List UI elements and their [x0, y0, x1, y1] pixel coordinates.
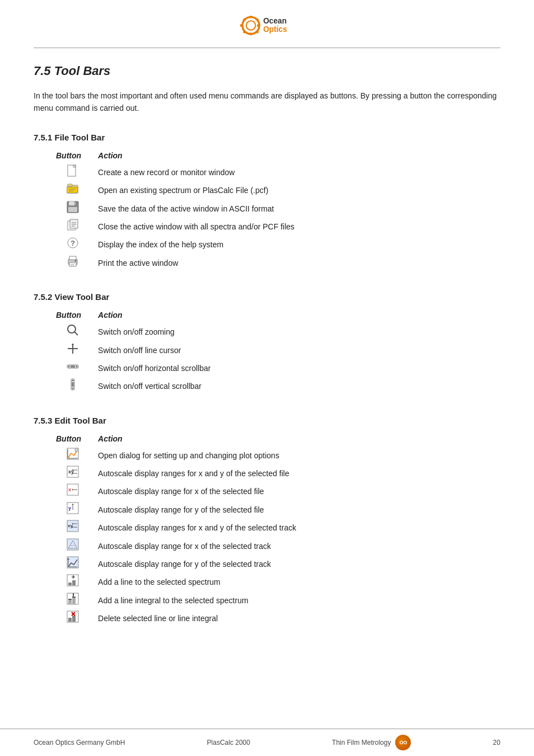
file-action-1: Create a new record or monitor window — [98, 163, 322, 181]
svg-point-36 — [74, 260, 76, 261]
svg-text:Ocean: Ocean — [263, 17, 287, 25]
icon-autoscale-xy-track: xy — [56, 519, 98, 537]
edit-action-9: Add a line integral to the selected spec… — [98, 591, 322, 609]
icon-close-file — [56, 218, 98, 236]
svg-text:y: y — [68, 505, 71, 511]
table-row: Switch on/off line cursor — [56, 341, 322, 359]
svg-rect-23 — [68, 207, 77, 212]
svg-point-1 — [246, 21, 256, 30]
edit-toolbar-heading: 7.5.3 Edit Tool Bar — [34, 416, 500, 425]
edit-toolbar-table: Button Action — [56, 434, 322, 628]
file-action-3: Save the data of the active window in AS… — [98, 200, 322, 218]
table-row: Save the data of the active window in AS… — [56, 200, 322, 218]
icon-delete-line — [56, 609, 98, 627]
file-toolbar-table: Button Action Create a new reco — [56, 151, 322, 272]
svg-rect-4 — [240, 24, 242, 26]
icon-print — [56, 254, 98, 272]
view-action-1: Switch on/off zooming — [98, 323, 322, 341]
svg-rect-92 — [72, 597, 76, 604]
svg-rect-44 — [71, 365, 75, 368]
table-row: Close the active window with all spectra… — [56, 218, 322, 236]
view-action-2: Switch on/off line cursor — [98, 341, 322, 359]
table-row: ? Display the index of the help system — [56, 236, 322, 253]
icon-add-line — [56, 573, 98, 591]
svg-rect-57 — [75, 448, 78, 452]
page-header: Ocean Optics — [34, 0, 500, 48]
edit-action-6: Autoscale display range for x of the sel… — [98, 537, 322, 555]
icon-autoscale-x-file: x — [56, 482, 98, 500]
view-col-action: Action — [98, 311, 322, 323]
icon-zoom — [56, 323, 98, 341]
footer-left: Ocean Optics Germany GmbH — [34, 739, 125, 746]
logo: Ocean Optics — [236, 10, 298, 41]
icon-vscroll — [56, 377, 98, 395]
footer-page: 20 — [493, 739, 500, 746]
svg-text:?: ? — [71, 239, 75, 247]
svg-text:xy: xy — [68, 469, 74, 475]
svg-rect-32 — [69, 256, 76, 260]
icon-save-file — [56, 200, 98, 218]
svg-rect-25 — [70, 219, 78, 228]
icon-new-file — [56, 163, 98, 181]
svg-rect-21 — [69, 201, 74, 205]
view-toolbar-section: 7.5.2 View Tool Bar Button Action Switc — [34, 292, 500, 396]
edit-action-8: Add a line to the selected spectrum — [98, 573, 322, 591]
svg-rect-16 — [68, 184, 72, 186]
footer-center: PlasCalc 2000 — [207, 739, 250, 746]
edit-action-10: Delete selected line or line integral — [98, 609, 322, 627]
svg-rect-86 — [68, 583, 72, 585]
view-toolbar-table: Button Action Switch on/off zooming — [56, 311, 322, 396]
icon-add-line-integral — [56, 591, 98, 609]
table-row: x Autoscale display range for x of the s… — [56, 482, 322, 500]
table-row: xy Autoscale display ranges for x and y … — [56, 519, 322, 537]
icon-autoscale-y-file: y — [56, 501, 98, 519]
table-row: Switch on/off horizontal scrollbar — [56, 359, 322, 377]
view-col-button: Button — [56, 311, 98, 323]
file-action-5: Display the index of the help system — [98, 236, 322, 253]
edit-col-button: Button — [56, 434, 98, 447]
table-row: Create a new record or monitor window — [56, 163, 322, 181]
table-row: y Autoscale display range for y of the s… — [56, 501, 322, 519]
page-footer: Ocean Optics Germany GmbH PlasCalc 2000 … — [0, 729, 534, 756]
table-row: Switch on/off vertical scrollbar — [56, 377, 322, 395]
footer-right-text: Thin Film Metrology — [332, 739, 391, 746]
svg-text:Optics: Optics — [263, 25, 287, 34]
svg-rect-2 — [250, 16, 252, 18]
file-action-6: Print the active window — [98, 254, 322, 272]
edit-action-7: Autoscale display range for y of the sel… — [98, 555, 322, 573]
icon-plot-options — [56, 447, 98, 464]
file-action-4: Close the active window with all spectra… — [98, 218, 322, 236]
file-toolbar-section: 7.5.1 File Tool Bar Button Action — [34, 133, 500, 272]
section-title: 7.5 Tool Bars — [34, 64, 500, 78]
svg-rect-5 — [257, 24, 259, 26]
icon-hscroll — [56, 359, 98, 377]
edit-action-2: Autoscale display ranges for x and y of … — [98, 464, 322, 482]
svg-rect-12 — [68, 165, 76, 176]
table-row: Open an existing spectrum or PlasCalc Fi… — [56, 181, 322, 199]
edit-toolbar-section: 7.5.3 Edit Tool Bar Button Action — [34, 416, 500, 628]
edit-action-1: Open dialog for setting up and changing … — [98, 447, 322, 464]
intro-text: In the tool bars the most important and … — [34, 90, 500, 115]
edit-action-3: Autoscale display range for x of the sel… — [98, 482, 322, 500]
view-action-4: Switch on/off vertical scrollbar — [98, 377, 322, 395]
svg-rect-22 — [74, 202, 76, 205]
svg-rect-98 — [68, 618, 72, 622]
icon-crosshair — [56, 341, 98, 359]
file-col-button: Button — [56, 151, 98, 163]
svg-rect-3 — [250, 33, 252, 35]
edit-col-action: Action — [98, 434, 322, 447]
table-row: Add a line integral to the selected spec… — [56, 591, 322, 609]
icon-help: ? — [56, 236, 98, 253]
svg-line-38 — [74, 332, 78, 335]
table-row: Open dialog for setting up and changing … — [56, 447, 322, 464]
icon-autoscale-y-track — [56, 555, 98, 573]
file-toolbar-heading: 7.5.1 File Tool Bar — [34, 133, 500, 142]
table-row: Switch on/off zooming — [56, 323, 322, 341]
table-row: Delete selected line or line integral — [56, 609, 322, 627]
table-row: Autoscale display range for x of the sel… — [56, 537, 322, 555]
svg-rect-48 — [72, 382, 74, 387]
svg-rect-87 — [72, 580, 76, 585]
edit-action-4: Autoscale display range for y of the sel… — [98, 501, 322, 519]
svg-point-37 — [68, 325, 76, 333]
icon-open-file — [56, 181, 98, 199]
